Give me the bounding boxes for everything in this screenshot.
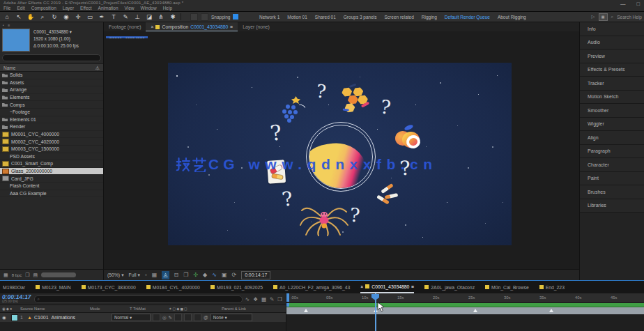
- menu-item-layer[interactable]: Layer: [63, 6, 74, 10]
- name-column-label[interactable]: Name: [3, 66, 15, 70]
- viewer-timecode[interactable]: 0:00:14:17: [241, 271, 270, 279]
- panel-tab-preview[interactable]: Preview: [580, 49, 644, 63]
- trkmat-cell[interactable]: [153, 314, 160, 321]
- refresh-icon[interactable]: ⟳: [232, 271, 237, 279]
- mode-column[interactable]: Mode: [90, 307, 130, 311]
- comp-tab-active[interactable]: ×C0001_43034880≡: [360, 281, 414, 293]
- pixel-aspect-icon[interactable]: ∿: [212, 271, 217, 279]
- interpret-footage-icon[interactable]: ▦: [3, 272, 8, 278]
- snapshot-icon[interactable]: ❐: [183, 271, 188, 279]
- pan-behind-tool-icon[interactable]: ✛: [74, 13, 82, 22]
- panel-tab-effects-presets[interactable]: Effects & Presets: [580, 63, 644, 77]
- project-item[interactable]: ~Footage: [0, 109, 103, 116]
- panel-menu-icon[interactable]: ▪: [3, 23, 4, 27]
- stroke-swatch-icon[interactable]: [201, 13, 208, 21]
- project-item[interactable]: M0002_CYC_4020000: [0, 138, 103, 146]
- help-search-input[interactable]: Search Help: [617, 15, 642, 20]
- fill-swatch-icon[interactable]: [190, 13, 198, 21]
- switch-cell[interactable]: [184, 314, 192, 321]
- composition-canvas[interactable]: CG www.qdnxxfb.cn ??????: [168, 63, 512, 245]
- comp-tab[interactable]: M0173_CYC_3830000: [82, 282, 136, 293]
- keyframe-marker[interactable]: [473, 309, 477, 312]
- selection-tool-icon[interactable]: ↖: [15, 13, 23, 22]
- new-comp-icon[interactable]: ▤: [33, 272, 38, 278]
- workspace-tab-groups-3-panels[interactable]: Groups 3 panels: [344, 15, 377, 20]
- workspace-tab-about-rigging[interactable]: About Rigging: [498, 15, 526, 20]
- project-item[interactable]: M0001_CYC_4000000: [0, 131, 103, 139]
- project-item[interactable]: Comps: [0, 101, 103, 109]
- rotation-tool-icon[interactable]: ↻: [50, 13, 59, 22]
- workspace-tab-rigging[interactable]: Rigging: [422, 15, 437, 20]
- menu-item-file[interactable]: File: [3, 6, 10, 10]
- project-item[interactable]: PSD Assets: [0, 153, 103, 161]
- quality-icon[interactable]: ◎: [162, 315, 167, 321]
- tab-layer[interactable]: Layer (none): [238, 22, 275, 31]
- comp-tab[interactable]: M1980Oar: [3, 282, 25, 293]
- comp-tab[interactable]: M0n_Cal_Browse: [485, 282, 529, 293]
- layer-color-label[interactable]: [11, 314, 18, 321]
- menu-item-view[interactable]: View: [125, 6, 135, 10]
- snapping-label[interactable]: Snapping: [211, 15, 230, 20]
- panel-menu-icon[interactable]: ≡: [230, 24, 233, 29]
- workspace-overflow-icon[interactable]: ▷: [592, 14, 595, 20]
- project-item[interactable]: Render: [0, 123, 103, 131]
- workspace-tab-shared-01[interactable]: Shared 01: [315, 15, 336, 20]
- menu-item-edit[interactable]: Edit: [17, 6, 24, 10]
- workspace-tab-motion-01[interactable]: Motion 01: [287, 15, 307, 20]
- exposure-icon[interactable]: ◆: [203, 271, 207, 279]
- tab-composition[interactable]: × Composition C0001_43034880 ≡: [146, 22, 238, 31]
- blend-mode-dropdown[interactable]: Normal ▾: [112, 314, 151, 321]
- bit-depth-button[interactable]: 8 bpc: [12, 273, 22, 277]
- effects-icon[interactable]: ✎: [169, 315, 172, 321]
- clone-stamp-tool-icon[interactable]: ⊥: [133, 13, 141, 22]
- resolution-dropdown[interactable]: Full▾: [129, 272, 140, 278]
- project-item[interactable]: Arrange: [0, 86, 103, 94]
- pen-tool-icon[interactable]: ✒: [98, 13, 106, 22]
- region-of-interest-icon[interactable]: ⊟: [174, 271, 179, 279]
- magnification-dropdown[interactable]: (50%)▾: [107, 272, 124, 278]
- work-area-bar[interactable]: [286, 307, 644, 314]
- grid-icon[interactable]: ▦: [152, 271, 158, 279]
- tab-footage[interactable]: Footage (none): [104, 22, 146, 31]
- time-ruler[interactable]: :00s05s10s15s20s25s30s35s40s45s: [286, 293, 644, 303]
- project-item[interactable]: Elements 01: [0, 116, 103, 124]
- workspace-tab-default-render-queue[interactable]: Default Render Queue: [445, 15, 490, 20]
- snapping-active-icon[interactable]: [233, 14, 238, 20]
- puppet-tool-icon[interactable]: ✱: [169, 13, 177, 22]
- panel-tab-align[interactable]: Align: [580, 131, 644, 145]
- panel-menu-icon[interactable]: ≡: [411, 284, 414, 289]
- project-item[interactable]: Card_JPG: [0, 175, 103, 183]
- comp-tab[interactable]: End_223: [539, 282, 565, 293]
- graph-editor-icon[interactable]: ❒: [277, 296, 282, 302]
- eraser-tool-icon[interactable]: ◪: [145, 13, 153, 22]
- project-item[interactable]: Elements: [0, 94, 103, 102]
- switch-cell[interactable]: [194, 314, 201, 321]
- channel-icon[interactable]: ✣: [193, 271, 198, 279]
- mask-visibility-icon[interactable]: ◬: [162, 271, 169, 279]
- type-tool-icon[interactable]: T: [109, 13, 118, 22]
- comp-tab[interactable]: A0_L220CH_F2_amiga_3096_43: [273, 282, 350, 293]
- project-item[interactable]: Solids: [0, 72, 103, 79]
- panel-tab-motion-sketch[interactable]: Motion Sketch: [580, 91, 644, 105]
- minimize-button[interactable]: —: [620, 1, 626, 7]
- comp-tab[interactable]: M0184_CYL_4020000: [146, 282, 200, 293]
- layer-name[interactable]: C1001_Animations: [34, 315, 109, 320]
- safe-zones-icon[interactable]: ▫: [145, 271, 147, 279]
- comp-tab[interactable]: M0193_021_4092025: [210, 282, 263, 293]
- comp-tab[interactable]: 2A0L_jawa_Otaconz: [424, 282, 475, 293]
- menu-item-composition[interactable]: Composition: [31, 6, 56, 10]
- timeline-layer-row[interactable]: ◉ 1 ▲ C1001_Animations Normal ▾ ◎ ✎ @ No…: [0, 313, 286, 322]
- comp-tab[interactable]: M0123_MAIN: [36, 282, 71, 293]
- trkmat-column[interactable]: T TrkMat: [130, 307, 169, 311]
- project-footer-slider[interactable]: [41, 272, 76, 277]
- close-icon[interactable]: ×: [360, 284, 363, 289]
- panel-tab-tracker[interactable]: Tracker: [580, 77, 644, 91]
- eye-icon[interactable]: ◉: [2, 315, 9, 321]
- menu-item-window[interactable]: Window: [141, 6, 157, 10]
- hide-shy-layers-icon[interactable]: ▦: [261, 296, 266, 302]
- project-item[interactable]: Glass_2000000000: [0, 168, 103, 176]
- keyframe-marker[interactable]: [304, 309, 308, 312]
- draft-3d-icon[interactable]: ❖: [253, 296, 258, 302]
- project-item[interactable]: Flash Content: [0, 183, 103, 190]
- project-item[interactable]: Assets: [0, 79, 103, 87]
